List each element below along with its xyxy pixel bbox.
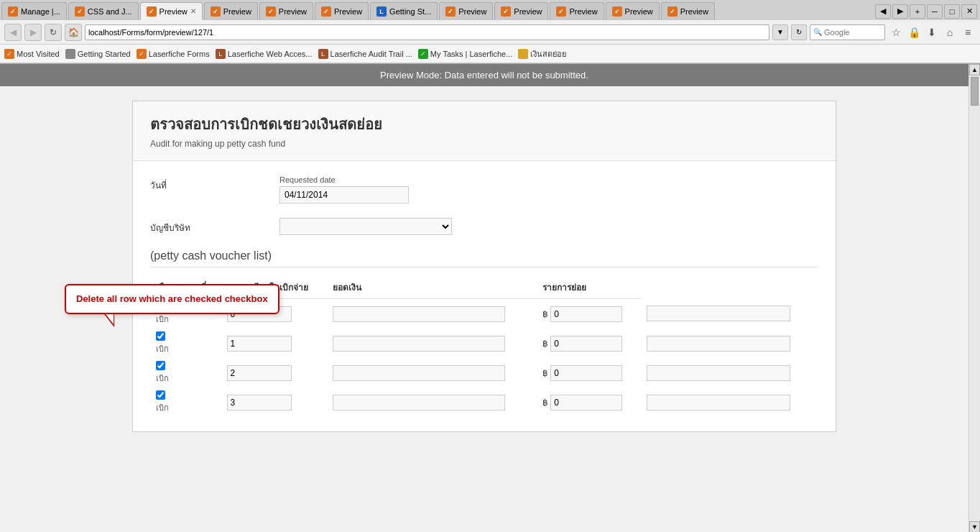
row-note-input[interactable]	[647, 336, 790, 352]
new-tab-button[interactable]: +	[910, 4, 925, 19]
tab-icon-p11: ✓	[612, 6, 622, 17]
baht-sign: ฿	[542, 309, 548, 319]
row-amount-input[interactable]	[550, 395, 622, 411]
tab-css[interactable]: ✓ CSS and J...	[68, 2, 139, 20]
date-sublabel: Requested date	[279, 175, 818, 184]
tab-preview-8[interactable]: ✓ Preview	[439, 2, 493, 20]
bookmark-my-tasks[interactable]: ✓ My Tasks | Laserfiche...	[418, 49, 513, 59]
window-maximize[interactable]: □	[944, 4, 960, 19]
tab-close-icon[interactable]: ✕	[190, 7, 196, 15]
go-button[interactable]: ▼	[772, 24, 788, 40]
bookmark-lf-audit[interactable]: L Laserfiche Audit Trail ...	[318, 49, 412, 59]
amount-cell: ฿	[542, 336, 635, 352]
row-amount-cell: ฿	[537, 329, 641, 358]
tab-preview-9[interactable]: ✓ Preview	[494, 2, 548, 20]
row-note-cell	[641, 387, 818, 417]
row-note-input[interactable]	[647, 306, 790, 321]
bookmark-icon-most-visited: ✓	[4, 49, 14, 59]
tab-icon-preview: ✓	[147, 6, 157, 17]
bookmark-getting-started[interactable]: Getting Started	[65, 49, 131, 59]
row-note-cell	[641, 329, 818, 358]
bookmark-petty-cash[interactable]: เงินสดย่อย	[518, 47, 566, 60]
account-select[interactable]	[279, 218, 452, 235]
tab-icon-p4: ✓	[211, 6, 221, 17]
form-title: ตรวจสอบการเบิกชดเชยวงเงินสดย่อย	[150, 113, 818, 136]
scrollbar-up[interactable]: ▲	[969, 64, 980, 75]
lock-icon[interactable]: 🔒	[906, 24, 922, 40]
menu-icon[interactable]: ≡	[960, 24, 976, 40]
row-note-input[interactable]	[647, 365, 790, 381]
scrollbar-thumb[interactable]	[971, 77, 979, 106]
bookmark-most-visited[interactable]: ✓ Most Visited	[4, 49, 60, 59]
baht-sign: ฿	[542, 398, 548, 408]
tab-scroll-right[interactable]: ▶	[892, 4, 908, 19]
tab-icon-p8: ✓	[445, 6, 456, 17]
bookmark-laserfiche-forms[interactable]: ✓ Laserfiche Forms	[137, 49, 210, 59]
row-number-cell	[221, 387, 327, 417]
bookmark-lf-web[interactable]: L Laserfiche Web Acces...	[216, 49, 313, 59]
back-button[interactable]: ◀	[4, 24, 22, 41]
checkbox-label: เบิก	[156, 342, 169, 355]
row-amount-input[interactable]	[550, 365, 622, 381]
row-checkbox[interactable]	[156, 331, 165, 341]
row-amount-input[interactable]	[550, 336, 622, 352]
forward-button[interactable]: ▶	[24, 24, 42, 41]
tab-preview-10[interactable]: ✓ Preview	[550, 2, 604, 20]
star-icon[interactable]: ☆	[888, 24, 904, 40]
row-note-cell	[641, 358, 818, 387]
refresh-icon[interactable]: ↻	[791, 24, 807, 40]
window-minimize[interactable]: ─	[927, 4, 943, 19]
bookmark-icon-petty-cash	[518, 49, 528, 59]
date-label: วันที่	[150, 175, 279, 192]
row-detail-input[interactable]	[333, 306, 505, 322]
row-number-input[interactable]	[227, 336, 292, 352]
tab-preview-4[interactable]: ✓ Preview	[204, 2, 258, 20]
row-number-cell	[221, 329, 327, 358]
home-button[interactable]: 🏠	[65, 24, 82, 41]
row-number-input[interactable]	[227, 395, 292, 411]
tab-icon-p10: ✓	[556, 6, 566, 17]
tab-manage[interactable]: ✓ Manage |...	[1, 2, 67, 20]
checkbox-cell: เบิก	[156, 361, 216, 385]
tab-preview-active[interactable]: ✓ Preview ✕	[140, 2, 203, 20]
row-amount-input[interactable]	[550, 306, 622, 322]
tab-scroll-left[interactable]: ◀	[875, 4, 891, 19]
amount-cell: ฿	[542, 395, 635, 411]
tab-preview-5[interactable]: ✓ Preview	[259, 2, 313, 20]
home-icon[interactable]: ⌂	[942, 24, 958, 40]
scrollbar: ▲ ▼	[969, 64, 980, 532]
table-row: เบิก ฿	[150, 358, 818, 387]
row-number-cell	[221, 358, 327, 387]
search-box: 🔍	[810, 24, 885, 40]
tab-preview-11[interactable]: ✓ Preview	[606, 2, 660, 20]
date-input[interactable]	[279, 186, 409, 203]
row-detail-cell	[327, 387, 537, 417]
address-input[interactable]	[85, 24, 769, 40]
row-checkbox[interactable]	[156, 361, 165, 370]
tab-preview-12[interactable]: ✓ Preview	[661, 2, 715, 20]
row-detail-input[interactable]	[333, 336, 505, 352]
account-field-content	[279, 218, 818, 235]
tab-getting-started[interactable]: L Getting St...	[370, 2, 438, 20]
row-amount-cell: ฿	[537, 387, 641, 417]
row-note-input[interactable]	[647, 395, 790, 411]
toolbar-icons: ☆ 🔒 ⬇ ⌂ ≡	[888, 24, 976, 40]
download-icon[interactable]: ⬇	[924, 24, 940, 40]
row-select-cell: เบิก	[150, 387, 221, 417]
account-label: บัญชีบริษัท	[150, 218, 279, 234]
reload-button[interactable]: ↻	[45, 24, 62, 41]
row-checkbox[interactable]	[156, 390, 165, 400]
bookmark-icon-getting-started	[65, 49, 75, 59]
window-close[interactable]: ✕	[961, 4, 977, 19]
row-detail-input[interactable]	[333, 395, 505, 411]
row-detail-input[interactable]	[333, 365, 505, 381]
scrollbar-down[interactable]: ▼	[969, 521, 980, 532]
search-input[interactable]	[824, 28, 882, 37]
amount-cell: ฿	[542, 306, 635, 322]
table-row: เบิก ฿	[150, 329, 818, 358]
checkbox-label: เบิก	[156, 401, 169, 414]
tab-preview-6[interactable]: ✓ Preview	[315, 2, 369, 20]
bookmark-icon-lf-web: L	[216, 49, 226, 59]
row-detail-cell	[327, 299, 537, 329]
row-number-input[interactable]	[227, 365, 292, 381]
